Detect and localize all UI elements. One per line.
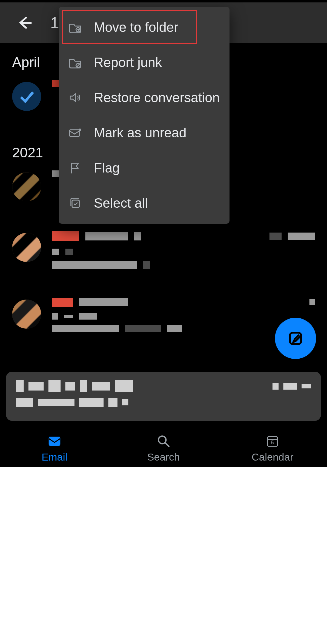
folder-block-icon xyxy=(67,55,83,70)
nav-label: Email xyxy=(41,451,67,463)
search-icon xyxy=(156,434,171,449)
menu-item-select-all[interactable]: Select all xyxy=(59,186,230,221)
info-banner[interactable] xyxy=(6,372,321,421)
folder-move-icon xyxy=(67,19,83,35)
nav-email[interactable]: Email xyxy=(0,429,109,467)
calendar-icon: 5 xyxy=(265,434,280,449)
email-row-body xyxy=(52,298,315,332)
avatar[interactable] xyxy=(12,233,41,262)
selected-indicator[interactable] xyxy=(12,82,41,111)
avatar[interactable] xyxy=(12,172,41,201)
back-button[interactable] xyxy=(11,9,38,36)
compose-icon xyxy=(287,330,304,347)
menu-item-flag[interactable]: Flag xyxy=(59,150,230,186)
menu-item-report-junk[interactable]: Report junk xyxy=(59,45,230,80)
check-icon xyxy=(18,88,35,105)
nav-calendar[interactable]: 5 Calendar xyxy=(218,429,327,467)
svg-text:5: 5 xyxy=(271,440,274,445)
mail-icon xyxy=(47,434,62,449)
selected-count: 1 xyxy=(50,14,59,32)
flag-icon xyxy=(67,160,83,176)
menu-label: Select all xyxy=(94,196,148,211)
nav-search[interactable]: Search xyxy=(109,429,218,467)
select-all-icon xyxy=(67,195,83,211)
speaker-icon xyxy=(67,90,83,106)
bottom-nav: Email Search 5 Calendar xyxy=(0,429,327,467)
overflow-menu: Move to folder Report junk Restore conve… xyxy=(59,7,230,224)
nav-label: Search xyxy=(147,451,180,463)
svg-point-3 xyxy=(79,129,81,131)
email-row-body xyxy=(52,231,315,269)
avatar[interactable] xyxy=(12,300,41,329)
menu-item-mark-unread[interactable]: Mark as unread xyxy=(59,115,230,150)
email-row[interactable] xyxy=(0,227,327,294)
svg-point-6 xyxy=(158,436,166,444)
menu-label: Move to folder xyxy=(94,20,178,35)
menu-label: Flag xyxy=(94,160,120,176)
nav-label: Calendar xyxy=(252,451,293,463)
svg-rect-2 xyxy=(70,130,79,136)
menu-label: Report junk xyxy=(94,55,162,70)
menu-label: Mark as unread xyxy=(94,125,187,140)
mail-unread-icon xyxy=(67,125,83,141)
compose-button[interactable] xyxy=(275,318,316,359)
menu-item-restore-conversation[interactable]: Restore conversation xyxy=(59,80,230,115)
letterbox xyxy=(0,467,327,644)
menu-item-move-to-folder[interactable]: Move to folder xyxy=(59,10,230,45)
menu-label: Restore conversation xyxy=(94,90,220,105)
arrow-left-icon xyxy=(16,14,33,31)
